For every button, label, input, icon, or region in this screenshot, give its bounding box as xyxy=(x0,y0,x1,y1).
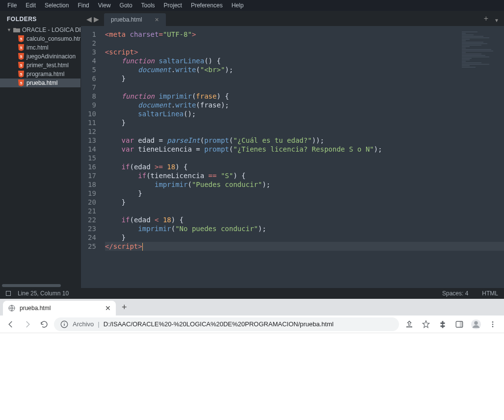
reload-button[interactable] xyxy=(37,317,51,331)
file-item[interactable]: 5programa.html xyxy=(0,70,80,79)
svg-text:5: 5 xyxy=(20,54,23,59)
menu-preferences[interactable]: Preferences xyxy=(186,2,227,9)
nav-forward-icon[interactable]: ▶ xyxy=(93,15,100,23)
close-icon[interactable]: ✕ xyxy=(105,304,111,312)
cursor-position[interactable]: Line 25, Column 10 xyxy=(18,290,69,297)
status-bar: Line 25, Column 10 Spaces: 4 HTML xyxy=(0,288,504,299)
menu-selection[interactable]: Selection xyxy=(40,2,73,9)
back-button[interactable] xyxy=(4,317,18,331)
new-tab-button[interactable]: + xyxy=(116,302,133,315)
menu-icon[interactable] xyxy=(485,317,500,331)
line-gutter: 1234567891011121314151617181920212223242… xyxy=(80,26,100,288)
svg-text:5: 5 xyxy=(20,81,23,85)
menu-file[interactable]: File xyxy=(3,2,21,9)
file-item[interactable]: 5juegoAdivininacion xyxy=(0,52,80,61)
address-bar[interactable]: Archivo | D:/ISAAC/ORACLE%20-%20LOGICA%2… xyxy=(54,317,399,331)
folder-root[interactable]: ▼ORACLE - LOGICA DE xyxy=(0,26,80,34)
menu-edit[interactable]: Edit xyxy=(21,2,40,9)
info-icon[interactable] xyxy=(60,320,69,329)
menu-view[interactable]: View xyxy=(94,2,115,9)
sidebar-scrollbar[interactable] xyxy=(0,283,80,288)
new-tab-icon[interactable]: + xyxy=(479,14,493,26)
globe-icon xyxy=(8,304,16,312)
bookmark-icon[interactable] xyxy=(419,317,433,331)
menu-find[interactable]: Find xyxy=(73,2,93,9)
share-icon[interactable] xyxy=(402,317,417,331)
editor-window: FileEditSelectionFindViewGotoToolsProjec… xyxy=(0,0,504,299)
svg-point-11 xyxy=(474,321,477,324)
extensions-icon[interactable] xyxy=(435,317,450,331)
menubar: FileEditSelectionFindViewGotoToolsProjec… xyxy=(0,0,504,11)
url-path: D:/ISAAC/ORACLE%20-%20LOGICA%20DE%20PROG… xyxy=(104,320,334,328)
browser-window: ⌄ — ▢ ✕ prueba.html ✕ + Archivo | D:/ISA… xyxy=(0,299,504,420)
browser-tab-title: prueba.html xyxy=(20,305,51,312)
menu-help[interactable]: Help xyxy=(227,2,248,9)
file-item[interactable]: 5prueba.html xyxy=(0,79,80,87)
tab-menu-icon[interactable]: ▼ xyxy=(493,18,504,26)
indent-setting[interactable]: Spaces: 4 xyxy=(442,290,468,297)
toolbar: Archivo | D:/ISAAC/ORACLE%20-%20LOGICA%2… xyxy=(0,315,504,333)
page-viewport xyxy=(0,333,504,420)
editor-tab[interactable]: prueba.html × xyxy=(104,13,166,26)
close-icon[interactable]: × xyxy=(155,17,159,22)
panel-toggle-icon[interactable] xyxy=(6,291,11,296)
sidebar-title: FOLDERS xyxy=(0,11,80,26)
menu-goto[interactable]: Goto xyxy=(115,2,137,9)
sidebar: FOLDERS ▼ORACLE - LOGICA DE5calculo_cons… xyxy=(0,11,80,288)
svg-point-14 xyxy=(492,326,494,327)
tab-history-nav: ◀ ▶ xyxy=(83,15,104,26)
svg-rect-9 xyxy=(460,321,463,327)
svg-text:5: 5 xyxy=(20,46,23,50)
svg-text:5: 5 xyxy=(20,63,23,68)
file-item[interactable]: 5primer_test.html xyxy=(0,61,80,70)
svg-text:5: 5 xyxy=(20,72,23,77)
svg-text:5: 5 xyxy=(20,37,23,41)
menu-tools[interactable]: Tools xyxy=(137,2,159,9)
minimap[interactable] xyxy=(462,31,501,68)
nav-back-icon[interactable]: ◀ xyxy=(85,15,93,23)
sidepanel-icon[interactable] xyxy=(452,317,467,331)
browser-tab[interactable]: prueba.html ✕ xyxy=(3,301,116,315)
tab-title: prueba.html xyxy=(111,16,142,23)
url-protocol: Archivo xyxy=(73,320,94,328)
syntax-mode[interactable]: HTML xyxy=(482,290,498,297)
tab-bar: ◀ ▶ prueba.html × + ▼ xyxy=(80,11,504,26)
svg-point-12 xyxy=(492,321,494,323)
code-editor[interactable]: 1234567891011121314151617181920212223242… xyxy=(80,26,504,288)
profile-icon[interactable] xyxy=(469,317,483,331)
forward-button[interactable] xyxy=(21,317,34,331)
file-item[interactable]: 5imc.html xyxy=(0,43,80,52)
file-item[interactable]: 5calculo_consumo.html xyxy=(0,34,80,43)
svg-point-13 xyxy=(492,323,494,325)
menu-project[interactable]: Project xyxy=(159,2,186,9)
